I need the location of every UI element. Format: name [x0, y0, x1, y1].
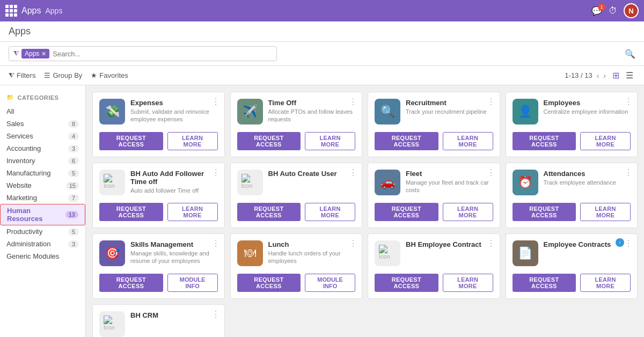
chat-icon[interactable]: 💬 1 [591, 6, 602, 16]
request-access-button[interactable]: REQUEST ACCESS [375, 203, 438, 221]
learn-more-button[interactable]: LEARN MORE [580, 274, 631, 292]
sidebar-item-manufacturing[interactable]: Manufacturing5 [0, 167, 85, 179]
search-tag[interactable]: Apps ✕ [21, 49, 49, 58]
learn-more-button[interactable]: LEARN MORE [305, 132, 355, 150]
app-icon: ⏰ [513, 170, 538, 195]
content-area: ⋮ 💸 Expenses Submit, validate and reinvo… [86, 85, 644, 337]
sidebar-item-label: Manufacturing [6, 169, 68, 177]
app-desc: Centralize employee information [544, 108, 631, 115]
app-more-button[interactable]: ⋮ [624, 238, 633, 248]
app-more-button[interactable]: ⋮ [624, 167, 633, 178]
filters-button[interactable]: ⧨ Filters [9, 71, 35, 80]
learn-more-button[interactable]: LEARN MORE [580, 132, 631, 150]
sidebar-item-services[interactable]: Services4 [0, 130, 85, 142]
learn-more-button[interactable]: LEARN MORE [305, 203, 355, 221]
app-desc: Allocate PTOs and follow leaves requests [268, 108, 356, 123]
request-access-button[interactable]: REQUEST ACCESS [99, 132, 163, 150]
notification-badge: 1 [598, 3, 605, 11]
app-info: Recruitment Track your recruitment pipel… [406, 99, 493, 115]
module-info-button[interactable]: MODULE INFO [167, 274, 218, 292]
app-more-button[interactable]: ⋮ [487, 238, 495, 248]
request-access-button[interactable]: REQUEST ACCESS [513, 274, 576, 292]
learn-more-button[interactable]: LEARN MORE [580, 203, 631, 221]
request-access-button[interactable]: REQUEST ACCESS [513, 203, 576, 221]
learn-more-button[interactable]: LEARN MORE [443, 203, 493, 221]
request-access-button[interactable]: REQUEST ACCESS [375, 132, 438, 150]
apps-breadcrumb[interactable]: Apps [45, 6, 62, 15]
sidebar-item-label: Services [6, 132, 68, 140]
app-more-button[interactable]: ⋮ [487, 167, 495, 178]
sidebar-item-productivity[interactable]: Productivity5 [0, 225, 85, 238]
app-icon: 👤 [513, 99, 538, 124]
sidebar-badge: 5 [68, 170, 79, 177]
app-more-button[interactable]: ⋮ [487, 97, 495, 107]
sidebar-item-accounting[interactable]: Accounting3 [0, 142, 85, 155]
app-actions: REQUEST ACCESSLEARN MORE [513, 132, 631, 150]
app-card: ⋮ BH Auto Create User REQUEST ACCESSLEAR… [230, 163, 363, 228]
favorites-button[interactable]: ★ Favorites [91, 71, 128, 79]
learn-more-button[interactable]: LEARN MORE [443, 132, 493, 150]
app-card: ⋮ BH Employee Contract REQUEST ACCESSLEA… [368, 233, 500, 299]
clock-icon[interactable]: ⏱ [609, 6, 617, 16]
apps-grid: ⋮ 💸 Expenses Submit, validate and reinvo… [92, 92, 638, 337]
request-access-button[interactable]: REQUEST ACCESS [237, 274, 301, 292]
top-nav-right: 💬 1 ⏱ N [591, 3, 639, 18]
app-more-button[interactable]: ⋮ [211, 309, 220, 319]
sidebar-item-human-resources[interactable]: Human Resources13 [0, 204, 85, 225]
learn-more-button[interactable]: LEARN MORE [443, 274, 493, 292]
learn-more-button[interactable]: LEARN MORE [167, 203, 218, 221]
app-name: BH CRM [130, 311, 218, 319]
sidebar-item-website[interactable]: Website15 [0, 179, 85, 192]
app-card-header: BH Employee Contract [375, 240, 493, 266]
request-access-button[interactable]: REQUEST ACCESS [375, 274, 438, 292]
module-info-button[interactable]: MODULE INFO [305, 274, 355, 292]
search-input[interactable] [53, 50, 272, 58]
request-access-button[interactable]: REQUEST ACCESS [237, 203, 301, 221]
app-actions: REQUEST ACCESSLEARN MORE [237, 203, 356, 221]
app-more-button[interactable]: ⋮ [624, 97, 633, 107]
sidebar-item-generic-modules[interactable]: Generic Modules [0, 250, 85, 262]
sidebar-item-label: Generic Modules [6, 252, 79, 260]
app-card-header: ⏰ Attendances Track employee attendance [513, 170, 631, 195]
request-access-button[interactable]: REQUEST ACCESS [513, 132, 576, 150]
app-more-button[interactable]: ⋮ [349, 97, 357, 107]
request-access-button[interactable]: REQUEST ACCESS [99, 203, 163, 221]
app-icon: 🍽 [237, 240, 263, 266]
app-more-button[interactable]: ⋮ [211, 97, 220, 107]
sidebar-item-inventory[interactable]: Inventory6 [0, 155, 85, 167]
sidebar-item-administration[interactable]: Administration3 [0, 238, 85, 250]
app-more-button[interactable]: ⋮ [211, 238, 220, 248]
avatar[interactable]: N [624, 3, 639, 18]
page-title: Apps [9, 26, 635, 41]
sidebar-item-all[interactable]: All [0, 105, 85, 118]
search-icon[interactable]: 🔍 [625, 49, 635, 58]
app-info: BH Auto Create User [268, 170, 356, 179]
kanban-view-button[interactable]: ⊞ [610, 69, 621, 82]
prev-page-button[interactable]: ‹ [597, 71, 599, 80]
sidebar-item-marketing[interactable]: Marketing7 [0, 192, 85, 204]
update-badge: ↑ [616, 238, 624, 247]
app-actions: REQUEST ACCESSLEARN MORE [375, 274, 493, 292]
app-grid-icon[interactable] [5, 5, 17, 17]
app-info: BH Auto Add Follower Time off Auto add f… [130, 170, 218, 194]
learn-more-button[interactable]: LEARN MORE [167, 132, 218, 150]
groupby-button[interactable]: ☰ Group By [44, 71, 82, 79]
sidebar-item-label: Accounting [6, 144, 68, 152]
request-access-button[interactable]: REQUEST ACCESS [99, 274, 163, 292]
remove-tag-button[interactable]: ✕ [41, 50, 46, 57]
list-view-button[interactable]: ☰ [624, 69, 635, 82]
app-info: BH Employee Contract [406, 240, 493, 250]
next-page-button[interactable]: › [603, 71, 606, 80]
app-more-button[interactable]: ⋮ [349, 238, 357, 248]
request-access-button[interactable]: REQUEST ACCESS [237, 132, 301, 150]
sidebar-item-sales[interactable]: Sales8 [0, 118, 85, 130]
app-card: ⋮ BH Auto Add Follower Time off Auto add… [92, 163, 225, 228]
app-actions: REQUEST ACCESSLEARN MORE [513, 203, 631, 221]
app-more-button[interactable]: ⋮ [349, 167, 357, 178]
sidebar-item-label: Productivity [6, 228, 68, 236]
app-more-button[interactable]: ⋮ [211, 167, 220, 178]
app-icon: 💸 [99, 99, 125, 124]
sidebar-item-label: Inventory [6, 157, 68, 165]
app-card-header: BH Auto Create User [237, 170, 356, 195]
app-name: BH Auto Add Follower Time off [130, 170, 218, 186]
